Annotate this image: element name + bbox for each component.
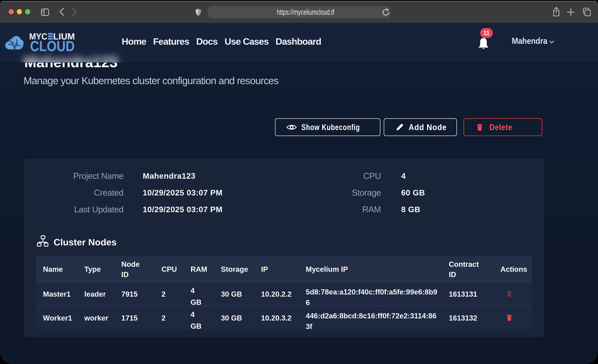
- svg-text:CLOUD: CLOUD: [30, 38, 75, 52]
